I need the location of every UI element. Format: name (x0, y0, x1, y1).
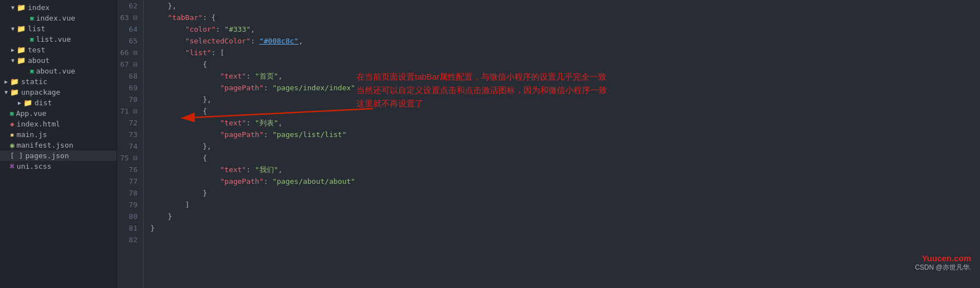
sidebar-item-dist-folder[interactable]: ▶ 📁 dist (0, 97, 116, 108)
scss-file-icon: ⌘ (10, 162, 14, 170)
code-line-79: ] (150, 199, 980, 211)
code-line-77: "pagePath": "pages/about/about" (150, 175, 980, 187)
sidebar-item-about-folder[interactable]: ▼ 📁 about (0, 55, 116, 66)
expand-arrow: ▼ (2, 89, 10, 95)
line-num-82: 82 (117, 234, 138, 246)
folder-icon: 📁 (23, 99, 32, 107)
code-line-81: } (150, 222, 980, 234)
folder-icon: 📁 (10, 77, 19, 86)
expand-arrow: ▼ (9, 4, 17, 11)
sidebar-item-uni-scss[interactable]: ⌘ uni.scss (0, 161, 116, 172)
annotation-line1: 在当前页面设置tabBar属性配置，与微信小程序的设置几乎完全一致 (356, 70, 607, 84)
code-line-72: "text": "列表", (150, 117, 980, 129)
line-num-81: 81 (117, 222, 138, 234)
line-num-66: 66 ⊟ (117, 47, 138, 58)
code-line-82 (150, 234, 980, 246)
line-num-68: 68 (117, 70, 138, 82)
sidebar-item-label: dist (35, 99, 52, 107)
annotation-text: 在当前页面设置tabBar属性配置，与微信小程序的设置几乎完全一致 当然还可以自… (356, 70, 607, 110)
sidebar-item-label: list.vue (36, 35, 71, 43)
sidebar-item-label: main.js (17, 130, 47, 139)
sidebar-item-label: App.vue (16, 109, 47, 118)
code-editor: 62 63 ⊟ 64 65 66 ⊟ 67 ⊟ 68 69 70 71 ⊟ 72… (117, 0, 980, 288)
code-line-62: }, (150, 0, 980, 12)
line-num-69: 69 (117, 82, 138, 94)
folder-icon: 📁 (17, 46, 26, 54)
expand-arrow: ▼ (9, 57, 17, 64)
expand-arrow: ▶ (2, 79, 10, 85)
json-file-icon: [ ] (10, 152, 23, 160)
vue-file-icon: ▣ (30, 14, 34, 22)
code-line-63: "tabBar": { (150, 12, 980, 23)
line-num-77: 77 (117, 175, 138, 187)
line-num-67: 67 ⊟ (117, 58, 138, 70)
sidebar-item-test-folder[interactable]: ▶ 📁 test (0, 45, 116, 55)
folder-icon: 📁 (10, 88, 19, 96)
code-line-67: { (150, 58, 980, 70)
line-num-63: 63 ⊟ (117, 12, 138, 23)
sidebar-item-index-html[interactable]: ◈ index.html (0, 119, 116, 129)
sidebar-item-label: index (28, 3, 50, 12)
line-num-72: 72 (117, 117, 138, 129)
code-line-73: "pagePath": "pages/list/list" (150, 129, 980, 140)
line-num-75: 75 ⊟ (117, 152, 138, 164)
sidebar-item-label: uni.scss (17, 162, 52, 170)
code-line-65: "selectedColor": "#008c8c", (150, 35, 980, 47)
annotation-line3: 这里就不再设置了 (356, 97, 607, 110)
line-numbers: 62 63 ⊟ 64 65 66 ⊟ 67 ⊟ 68 69 70 71 ⊟ 72… (117, 0, 144, 288)
file-tree[interactable]: ▼ 📁 index ▣ index.vue ▼ 📁 list ▣ list.vu… (0, 0, 117, 288)
sidebar-item-label: index.vue (36, 14, 75, 22)
vue-file-icon: ▣ (30, 67, 34, 75)
sidebar-item-label: static (21, 77, 47, 86)
sidebar-item-label: unpackage (21, 88, 60, 96)
line-num-76: 76 (117, 164, 138, 175)
vue-file-icon: ▣ (10, 110, 14, 117)
line-num-80: 80 (117, 211, 138, 222)
line-num-64: 64 (117, 23, 138, 35)
expand-arrow: ▶ (16, 100, 23, 106)
line-num-70: 70 (117, 94, 138, 105)
sidebar-item-label: list (28, 25, 45, 33)
annotation-line2: 当然还可以自定义设置点击和点击激活图标，因为和微信小程序一致 (356, 84, 607, 97)
line-num-62: 62 (117, 0, 138, 12)
line-num-73: 73 (117, 129, 138, 140)
code-lines[interactable]: }, "tabBar": { "color": "#333", "selecte… (144, 0, 980, 288)
sidebar-item-app-vue[interactable]: ▣ App.vue (0, 108, 116, 119)
code-line-74: }, (150, 140, 980, 152)
sidebar-item-pages-json[interactable]: [ ] pages.json (0, 150, 116, 161)
code-line-66: "list": [ (150, 47, 980, 58)
code-line-75: { (150, 152, 980, 164)
sidebar-item-label: index.html (17, 120, 60, 128)
js-file-icon: ▪ (10, 130, 14, 139)
sidebar-item-list-vue[interactable]: ▣ list.vue (0, 34, 116, 45)
sidebar-item-main-js[interactable]: ▪ main.js (0, 129, 116, 140)
code-line-64: "color": "#333", (150, 23, 980, 35)
sidebar-item-label: pages.json (25, 152, 68, 160)
sidebar-item-label: about (28, 56, 50, 65)
line-num-74: 74 (117, 140, 138, 152)
line-num-79: 79 (117, 199, 138, 211)
expand-arrow: ▼ (9, 26, 17, 32)
sidebar-item-static-folder[interactable]: ▶ 📁 static (0, 76, 116, 87)
folder-icon: 📁 (17, 25, 26, 33)
html-file-icon: ◈ (10, 120, 14, 128)
line-num-78: 78 (117, 187, 138, 199)
code-line-78: } (150, 187, 980, 199)
sidebar-item-label: manifest.json (17, 141, 74, 149)
sidebar-item-unpackage-folder[interactable]: ▼ 📁 unpackage (0, 87, 116, 97)
sidebar-item-about-vue[interactable]: ▣ about.vue (0, 66, 116, 76)
sidebar-item-label: about.vue (36, 67, 75, 75)
sidebar-item-list-folder[interactable]: ▼ 📁 list (0, 23, 116, 34)
sidebar-item-index-vue[interactable]: ▣ index.vue (0, 13, 116, 23)
line-num-71: 71 ⊟ (117, 105, 138, 117)
folder-icon: 📁 (17, 3, 26, 12)
line-num-65: 65 (117, 35, 138, 47)
sidebar-item-label: test (28, 46, 45, 54)
vue-file-icon: ▣ (30, 36, 34, 43)
expand-arrow: ▶ (9, 47, 17, 53)
folder-icon: 📁 (17, 56, 26, 65)
sidebar-item-manifest-json[interactable]: ◉ manifest.json (0, 140, 116, 150)
json-file-icon: ◉ (10, 141, 14, 149)
sidebar-item-index-folder[interactable]: ▼ 📁 index (0, 2, 116, 13)
code-line-80: } (150, 211, 980, 222)
